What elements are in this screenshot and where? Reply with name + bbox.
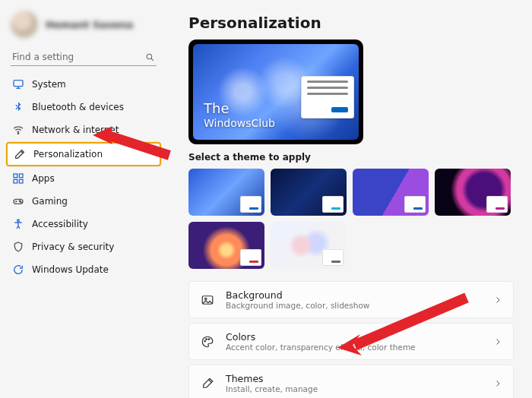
bluetooth-icon [12, 101, 24, 113]
sidebar-item-label: Accessibility [32, 219, 88, 229]
setting-colors[interactable]: Colors Accent color, transparency effect… [188, 323, 514, 360]
setting-title: Background [226, 289, 369, 301]
preview-window [301, 76, 354, 118]
sidebar-item-accessibility[interactable]: Accessibility [6, 213, 161, 235]
svg-rect-7 [19, 174, 23, 178]
sidebar-item-label: Windows Update [32, 264, 109, 275]
setting-title: Themes [226, 373, 318, 384]
sidebar-item-label: System [32, 79, 66, 90]
setting-themes[interactable]: Themes Install, create, manage [188, 365, 514, 398]
brush-icon [200, 376, 215, 391]
setting-sub: Background image, color, slideshow [226, 301, 369, 310]
accessibility-icon [12, 218, 24, 230]
sidebar-item-system[interactable]: System [6, 74, 161, 95]
sidebar-item-windows-update[interactable]: Windows Update [6, 259, 161, 280]
svg-rect-6 [14, 174, 17, 178]
theme-tile[interactable] [188, 169, 264, 216]
sidebar: Hemant Saxena Find a setting System Blue… [0, 0, 167, 398]
search-input[interactable]: Find a setting [11, 49, 157, 66]
svg-point-15 [17, 220, 20, 222]
theme-tile[interactable] [188, 222, 264, 269]
sidebar-item-gaming[interactable]: Gaming [6, 191, 161, 212]
nav: System Bluetooth & devices Network & int… [6, 74, 161, 280]
svg-point-20 [208, 338, 210, 340]
svg-point-5 [17, 133, 18, 134]
theme-tile[interactable] [353, 169, 429, 216]
sidebar-item-label: Gaming [32, 196, 68, 207]
chevron-right-icon [493, 295, 502, 305]
sidebar-item-label: Bluetooth & devices [32, 102, 124, 112]
paintbrush-icon [14, 148, 26, 160]
user-account-row[interactable]: Hemant Saxena [6, 8, 161, 46]
sidebar-item-privacy[interactable]: Privacy & security [6, 236, 161, 257]
system-icon [12, 78, 24, 90]
setting-sub: Accent color, transparency effects, colo… [226, 343, 416, 352]
settings-list: Background Background image, color, slid… [188, 281, 514, 398]
theme-tile[interactable] [435, 169, 511, 216]
gaming-icon [12, 195, 24, 207]
sidebar-item-label: Network & internet [32, 125, 119, 135]
sidebar-item-bluetooth[interactable]: Bluetooth & devices [6, 96, 161, 118]
svg-point-19 [206, 338, 207, 340]
main-content: Personalization The WindowsClub Select a… [167, 0, 532, 398]
sidebar-item-label: Apps [32, 173, 55, 184]
svg-rect-9 [19, 179, 23, 183]
search-placeholder: Find a setting [12, 52, 74, 62]
svg-rect-2 [14, 81, 23, 87]
svg-line-1 [151, 58, 154, 60]
page-title: Personalization [188, 14, 514, 32]
sidebar-item-personalization[interactable]: Personalization [8, 144, 160, 165]
update-icon [12, 264, 24, 276]
svg-point-18 [204, 340, 206, 342]
search-icon [145, 52, 155, 62]
themes-section-label: Select a theme to apply [188, 152, 514, 163]
svg-point-14 [21, 201, 21, 202]
theme-tile[interactable] [271, 222, 347, 269]
setting-background[interactable]: Background Background image, color, slid… [188, 281, 514, 318]
sidebar-item-apps[interactable]: Apps [6, 168, 161, 189]
themes-grid [188, 169, 514, 269]
avatar [11, 11, 38, 38]
theme-tile[interactable] [271, 169, 347, 216]
sidebar-item-label: Personalization [33, 149, 103, 160]
palette-icon [200, 334, 215, 349]
sidebar-item-label: Privacy & security [32, 242, 114, 252]
svg-point-17 [205, 298, 207, 299]
setting-title: Colors [226, 331, 416, 343]
chevron-right-icon [493, 337, 502, 346]
watermark: The WindowsClub [204, 101, 275, 129]
svg-rect-8 [14, 179, 17, 183]
desktop-preview[interactable]: The WindowsClub [188, 39, 363, 144]
apps-icon [12, 172, 24, 185]
chevron-right-icon [493, 379, 502, 388]
sidebar-item-network[interactable]: Network & internet [6, 119, 161, 141]
shield-icon [12, 241, 24, 253]
setting-sub: Install, create, manage [226, 384, 318, 393]
image-icon [200, 292, 215, 308]
wifi-icon [12, 124, 24, 136]
user-name: Hemant Saxena [46, 19, 133, 30]
svg-point-0 [147, 54, 152, 59]
annotation-highlight: Personalization [6, 142, 161, 166]
